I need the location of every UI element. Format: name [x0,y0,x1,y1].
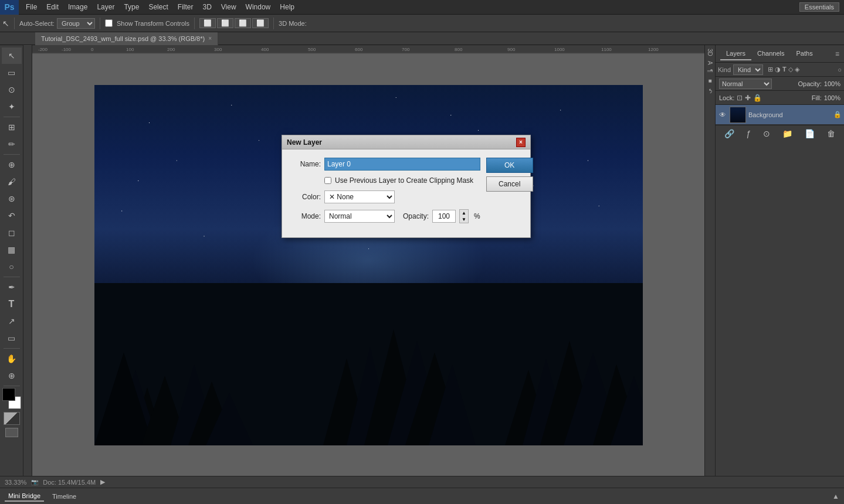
crop-tool[interactable]: ⊞ [2,119,22,135]
character-panel-btn[interactable]: A [706,60,714,66]
text-tool[interactable]: T [2,296,22,312]
opacity-decrement-btn[interactable]: ▼ [460,216,468,223]
bottom-panel: Mini Bridge Timeline ▲ [0,488,844,504]
marquee-tool[interactable]: ▭ [2,64,22,81]
show-transform-checkbox[interactable] [105,19,113,27]
svg-text:900: 900 [507,47,516,52]
menubar: Ps File Edit Image Layer Type Select Fil… [0,0,844,15]
name-input[interactable] [324,158,480,171]
layer-lock-icon: 🔒 [833,111,842,118]
filter-pixel-btn[interactable]: ⊞ [768,66,773,73]
filter-smart-btn[interactable]: ◈ [795,66,799,73]
eyedropper-tool[interactable]: ✏ [2,136,22,152]
svg-text:200: 200 [167,47,175,52]
path-selection-tool[interactable]: ↗ [2,313,22,329]
filter-adjust-btn[interactable]: ◑ [775,66,781,73]
tab-channels[interactable]: Channels [751,47,790,60]
brush-tool[interactable]: 🖌 [2,173,22,190]
tab-mini-bridge[interactable]: Mini Bridge [5,491,44,502]
hand-tool[interactable]: ✋ [2,350,22,367]
tabbar: Tutorial_DSC_2493_wm_full size.psd @ 33.… [0,32,844,45]
dodge-tool[interactable]: ○ [2,258,22,275]
filter-shape-btn[interactable]: ◇ [788,66,793,73]
filter-type-dropdown[interactable]: Kind [733,64,763,75]
opacity-dialog-input[interactable] [432,210,456,223]
opacity-label: Opacity: [798,80,822,87]
clone-stamp-tool[interactable]: ⊛ [2,190,22,207]
screen-mode-btn[interactable] [5,428,18,437]
workspace-selector[interactable]: Essentials [799,2,839,12]
lock-row: Lock: ⊡ ✚ 🔒 Fill: 100% [716,91,844,105]
mode-dropdown[interactable]: Normal Dissolve Multiply Screen [324,210,395,223]
document-tab[interactable]: Tutorial_DSC_2493_wm_full size.psd @ 33.… [35,32,218,45]
menu-file[interactable]: File [21,1,42,13]
align-left-btn[interactable]: ⬜ [199,18,216,28]
link-layers-btn[interactable]: 🔗 [722,128,737,139]
lock-pixel-btn[interactable]: ⊡ [737,94,743,102]
menu-select[interactable]: Select [144,1,172,13]
tool-separator-3 [4,277,20,277]
dialog-titlebar: New Layer × [282,135,530,149]
menu-layer[interactable]: Layer [92,1,119,13]
filter-text-btn[interactable]: T [782,66,787,73]
history-brush-tool[interactable]: ↶ [2,207,22,224]
distribute-btn[interactable]: ⬜ [252,18,269,28]
expand-btn[interactable]: ▶ [100,478,105,486]
delete-layer-btn[interactable]: 🗑 [825,128,838,139]
svg-text:800: 800 [455,47,463,52]
new-group-btn[interactable]: 📁 [780,128,795,139]
history-panel-btn[interactable]: ↶ [706,87,714,94]
clipping-mask-checkbox[interactable] [324,177,331,184]
cancel-button[interactable]: Cancel [486,176,533,192]
lock-position-btn[interactable]: ✚ [745,94,751,102]
opacity-increment-btn[interactable]: ▲ [460,210,468,216]
foreground-color[interactable] [2,388,15,401]
quick-mask-btn[interactable] [4,412,20,425]
tool-separator-5 [4,386,20,386]
align-center-btn[interactable]: ⬜ [217,18,233,28]
menu-filter[interactable]: Filter [173,1,198,13]
3d-panel-btn[interactable]: 3D [706,47,714,57]
tab-close-btn[interactable]: × [208,35,212,42]
menu-window[interactable]: Window [241,1,276,13]
ok-button[interactable]: OK [486,158,533,173]
menu-view[interactable]: View [216,1,241,13]
paragraph-panel-btn[interactable]: ¶ [706,68,714,73]
layer-item-background[interactable]: 👁 Background 🔒 [716,105,844,125]
menu-edit[interactable]: Edit [42,1,63,13]
tab-layers[interactable]: Layers [720,47,751,60]
tab-timeline[interactable]: Timeline [49,492,80,501]
filter-toggle[interactable]: ○ [838,66,842,74]
pen-tool[interactable]: ✒ [2,279,22,295]
color-swatches[interactable] [2,388,21,407]
menu-3d[interactable]: 3D [198,1,216,13]
menu-help[interactable]: Help [275,1,299,13]
layer-visibility-eye[interactable]: 👁 [718,111,727,119]
menu-image[interactable]: Image [63,1,92,13]
shape-tool[interactable]: ▭ [2,330,22,346]
lock-all-btn[interactable]: 🔒 [753,94,762,102]
color-panel-btn[interactable]: ■ [706,76,714,85]
panel-tabs-bar: Layers Channels Paths ≡ [716,45,844,63]
tab-paths[interactable]: Paths [791,47,819,60]
panel-menu-btn[interactable]: ≡ [835,50,839,58]
bottom-expand-btn[interactable]: ▲ [832,492,839,500]
add-mask-btn[interactable]: ⊙ [761,128,772,139]
dialog-close-button[interactable]: × [516,138,526,147]
new-layer-btn[interactable]: 📄 [802,128,817,139]
magic-wand-tool[interactable]: ✦ [2,98,22,115]
blend-mode-dropdown[interactable]: Normal [719,79,772,89]
menu-type[interactable]: Type [119,1,144,13]
align-right-btn[interactable]: ⬜ [235,18,251,28]
auto-select-dropdown[interactable]: Group [57,18,95,29]
zoom-tool[interactable]: ⊕ [2,367,22,384]
gradient-tool[interactable]: ▦ [2,241,22,258]
svg-text:1200: 1200 [648,47,659,52]
lasso-tool[interactable]: ⊙ [2,81,22,98]
add-style-btn[interactable]: ƒ [744,128,754,139]
healing-brush-tool[interactable]: ⊕ [2,156,22,173]
color-dropdown[interactable]: ✕ None Red Orange Yellow Green Blue [324,190,395,203]
move-tool[interactable]: ↖ [2,47,22,64]
canvas-viewport [32,54,704,476]
eraser-tool[interactable]: ◻ [2,224,22,241]
